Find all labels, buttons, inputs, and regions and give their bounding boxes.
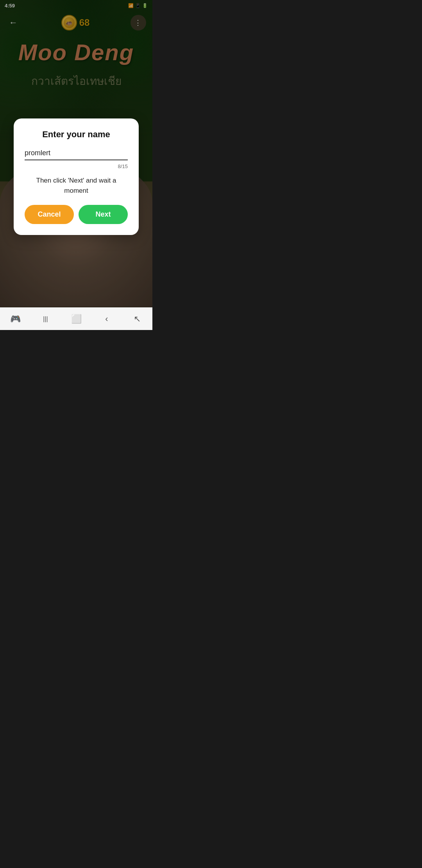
cancel-button[interactable]: Cancel xyxy=(25,205,74,224)
modal-buttons: Cancel Next xyxy=(25,205,128,224)
menu-icon: ⫼ xyxy=(41,314,50,324)
back-nav-icon: ‹ xyxy=(105,314,108,324)
cookie-nav-button[interactable]: 🎮 xyxy=(7,311,23,327)
name-input-wrapper xyxy=(25,149,128,160)
home-icon: ⬜ xyxy=(71,314,82,324)
home-nav-button[interactable]: ⬜ xyxy=(68,311,84,327)
cursor-nav-button[interactable]: ↖ xyxy=(129,311,145,327)
cursor-icon: ↖ xyxy=(134,314,141,324)
name-entry-modal: Enter your name 8/15 Then click 'Next' a… xyxy=(14,118,139,235)
back-nav-button[interactable]: ‹ xyxy=(99,311,114,327)
bottom-nav: 🎮 ⫼ ⬜ ‹ ↖ xyxy=(0,307,152,330)
modal-title: Enter your name xyxy=(25,129,128,140)
menu-nav-button[interactable]: ⫼ xyxy=(38,311,54,327)
cookie-icon: 🎮 xyxy=(10,314,21,324)
instruction-text: Then click 'Next' and wait a moment xyxy=(25,176,128,195)
char-count: 8/15 xyxy=(25,163,128,169)
modal-overlay: Enter your name 8/15 Then click 'Next' a… xyxy=(0,0,152,330)
name-input[interactable] xyxy=(25,149,128,157)
next-button[interactable]: Next xyxy=(79,205,128,224)
